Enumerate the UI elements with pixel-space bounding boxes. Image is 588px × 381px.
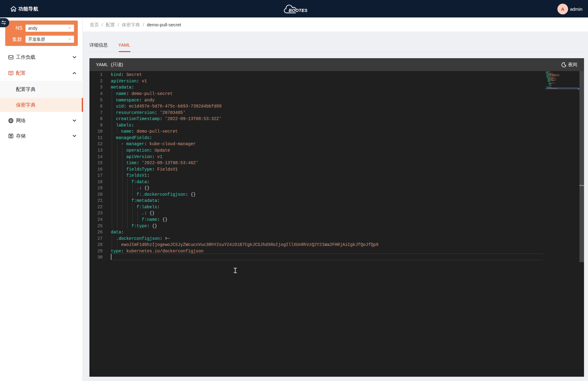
svg-text:BOOTES: BOOTES bbox=[289, 8, 308, 13]
